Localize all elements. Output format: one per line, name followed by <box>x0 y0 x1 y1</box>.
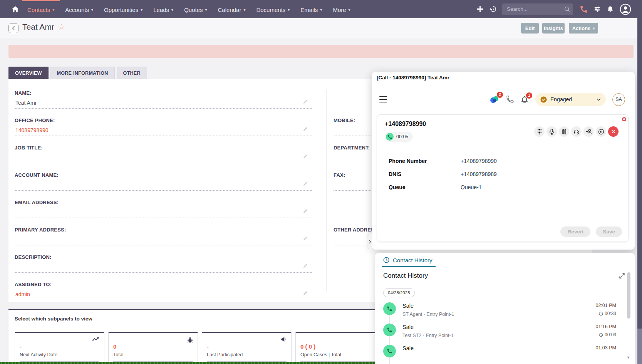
clock-icon <box>599 333 603 337</box>
expand-icon[interactable] <box>619 273 625 278</box>
office-phone-link[interactable]: 14089798990 <box>15 125 313 136</box>
bug-icon <box>187 337 193 343</box>
nav-item-emails[interactable]: Emails▾ <box>295 0 327 18</box>
search-input[interactable] <box>502 3 573 15</box>
recently-viewed-icon[interactable] <box>489 5 497 13</box>
caret-down-icon: ▾ <box>141 8 142 12</box>
save-button[interactable]: Save <box>596 226 622 237</box>
webex-app-icon[interactable]: 2 <box>489 95 499 104</box>
detail-value: Queue-1 <box>461 184 481 190</box>
subpanel-card-total[interactable]: 0 Total <box>108 332 198 364</box>
pause-icon[interactable] <box>559 126 569 137</box>
detail-value: +14089798990 <box>461 158 497 164</box>
history-item[interactable]: Sale Test ST2 · Entry Point-1 01:16 PM 0… <box>383 324 635 345</box>
history-item-time: 02:01 PM <box>595 303 616 308</box>
edit-button[interactable]: Edit <box>521 23 539 34</box>
nav-label: Quotes <box>184 7 203 13</box>
settings-sliders-icon[interactable] <box>594 6 600 12</box>
home-icon[interactable] <box>12 6 19 13</box>
keypad-icon[interactable] <box>534 126 545 137</box>
subpanel-card-activities[interactable]: - Next Activity Date <box>15 332 104 364</box>
nav-label: Documents <box>256 7 285 13</box>
favorite-star-icon[interactable]: ☆ <box>58 22 65 32</box>
nav-item-more[interactable]: More▾ <box>327 0 355 18</box>
assigned-to-link[interactable]: admin <box>15 289 313 300</box>
field-job-title: JOB TITLE: <box>15 144 313 171</box>
status-check-icon <box>540 96 547 103</box>
nav-label: Accounts <box>65 7 89 13</box>
field-office-phone: OFFICE PHONE: 14089798990 <box>15 117 313 144</box>
history-scrollbar-thumb[interactable] <box>627 272 630 319</box>
agent-avatar[interactable]: SA <box>612 93 625 106</box>
edit-pencil-icon[interactable] <box>303 236 308 241</box>
nav-item-contacts[interactable]: Contacts▾ <box>22 0 60 18</box>
tab-contact-history[interactable]: Contact History <box>383 253 432 267</box>
call-form-buttons: Revert Save <box>560 226 622 237</box>
quick-create-icon[interactable] <box>477 6 483 12</box>
caret-down-icon: ▾ <box>288 8 290 12</box>
nav-item-leads[interactable]: Leads▾ <box>148 0 179 18</box>
caret-down-icon: ▾ <box>91 8 93 12</box>
agent-status-dropdown[interactable]: Engaged <box>535 93 606 106</box>
field-assigned-to: ASSIGNED TO: admin <box>15 281 313 308</box>
field-primary-address: PRIMARY ADDRESS: <box>15 226 313 253</box>
edit-pencil-icon[interactable] <box>303 181 308 186</box>
top-navbar: Contacts▾ Accounts▾ Opportunities▾ Leads… <box>0 0 642 18</box>
edit-pencil-icon[interactable] <box>303 209 308 214</box>
call-phone-icon <box>383 302 396 315</box>
edit-pencil-icon[interactable] <box>303 291 308 296</box>
call-active-phone-icon <box>386 133 394 141</box>
actions-button[interactable]: Actions▾ <box>569 23 598 34</box>
end-call-icon[interactable] <box>608 126 619 137</box>
history-title: Contact History <box>383 272 619 280</box>
history-item-duration: 00:33 <box>595 311 616 316</box>
alert-bar <box>8 45 634 58</box>
transfer-person-icon[interactable] <box>583 126 594 137</box>
nav-item-opportunities[interactable]: Opportunities▾ <box>99 0 148 18</box>
nav-label: Calendar <box>218 7 241 13</box>
history-item[interactable]: Sale 01:03 PM <box>383 345 635 364</box>
subpanel-card-open-cases[interactable]: 0 ( 0 ) Open Cases | Total <box>295 332 385 364</box>
scroll-down-arrow-icon[interactable]: ▼ <box>627 356 630 359</box>
edit-pencil-icon[interactable] <box>303 99 308 104</box>
nav-item-quotes[interactable]: Quotes▾ <box>179 0 212 18</box>
insights-button[interactable]: Insights <box>542 23 565 34</box>
caret-down-icon: ▾ <box>243 8 245 12</box>
field-label: JOB TITLE: <box>15 144 313 151</box>
consult-headset-icon[interactable] <box>571 126 582 137</box>
tab-other[interactable]: OTHER <box>117 67 147 79</box>
field-account-name: ACCOUNT NAME: <box>15 171 313 199</box>
edit-pencil-icon[interactable] <box>303 127 308 132</box>
history-item-subtitle: Test ST2 · Entry Point-1 <box>402 333 595 338</box>
history-item[interactable]: Sale ST Agent · Entry Point-1 02:01 PM 0… <box>383 302 635 324</box>
tab-more-information[interactable]: MORE INFORMATION <box>50 67 115 79</box>
page-scrollbar-thumb[interactable] <box>637 0 642 329</box>
hold-record-circle-icon[interactable] <box>596 126 606 137</box>
nav-item-documents[interactable]: Documents▾ <box>251 0 295 18</box>
user-avatar-icon[interactable] <box>619 3 632 15</box>
call-timer-value: 00:05 <box>396 134 408 139</box>
navbar-actions <box>477 3 632 15</box>
page-scrollbar-track[interactable] <box>637 0 642 364</box>
edit-pencil-icon[interactable] <box>303 263 308 268</box>
nav-label: Contacts <box>27 7 50 13</box>
edit-pencil-icon[interactable] <box>303 154 308 159</box>
search-icon[interactable] <box>564 6 570 12</box>
nav-item-calendar[interactable]: Calendar▾ <box>213 0 251 18</box>
widget-bell-icon[interactable]: 1 <box>521 96 528 104</box>
tab-overview[interactable]: OVERVIEW <box>8 67 49 79</box>
call-details: Phone Number +14089798990 DNIS +14089798… <box>389 158 620 197</box>
back-button[interactable] <box>8 23 18 33</box>
revert-button[interactable]: Revert <box>560 226 590 237</box>
history-item-main: Sale ST Agent · Entry Point-1 <box>402 302 595 324</box>
call-handset-icon[interactable] <box>506 96 514 103</box>
phone-dialer-icon[interactable] <box>580 5 588 13</box>
widget-collapse-handle[interactable] <box>367 234 372 249</box>
record-mic-icon[interactable] <box>546 126 557 137</box>
nav-item-accounts[interactable]: Accounts▾ <box>60 0 99 18</box>
caret-down-icon: ▾ <box>171 8 173 12</box>
hamburger-menu-icon[interactable] <box>379 96 387 102</box>
caret-down-icon: ▾ <box>349 8 350 12</box>
notifications-bell-icon[interactable] <box>607 6 614 13</box>
subpanel-card-last-participated[interactable]: - Last Participated <box>202 332 292 364</box>
